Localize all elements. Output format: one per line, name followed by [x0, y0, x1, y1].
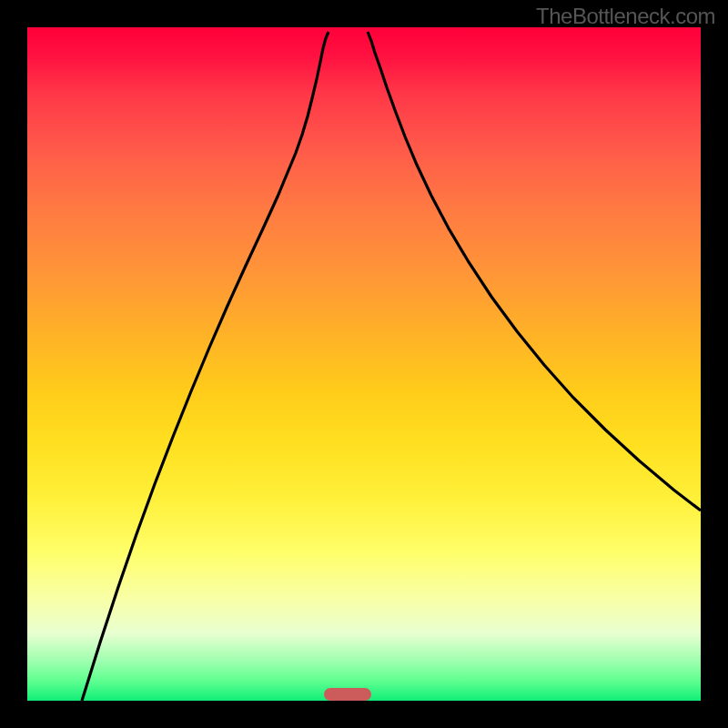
watermark-text: TheBottleneck.com: [536, 4, 715, 29]
left-curve-path: [82, 32, 329, 701]
bottleneck-curves: [27, 27, 701, 701]
right-curve-path: [368, 32, 701, 511]
optimal-marker: [324, 688, 371, 701]
